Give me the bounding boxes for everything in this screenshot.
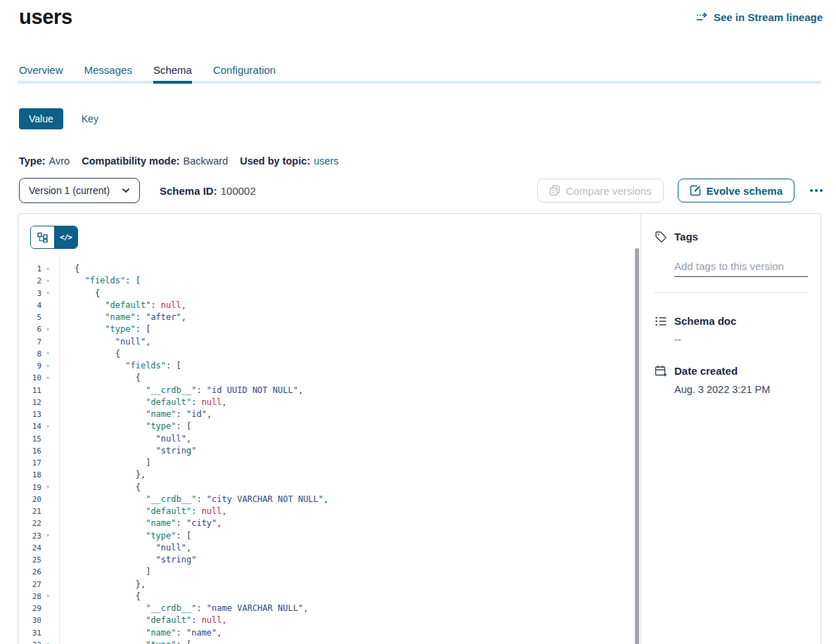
line-number: 5 (18, 313, 41, 322)
schema-id-field: Schema ID:100002 (160, 185, 256, 197)
code-line: 9▾ "fields": [ (18, 360, 641, 372)
stream-lineage-link[interactable]: See in Stream lineage (695, 11, 823, 24)
version-select[interactable]: Version 1 (current) (19, 178, 140, 203)
code-text: "fields": [ (75, 360, 181, 372)
code-text: ] (75, 457, 150, 469)
line-number: 9 (18, 361, 41, 371)
code-view-button[interactable]: </> (54, 226, 77, 248)
code-text: "__crdb__": "name VARCHAR NULL", (75, 603, 308, 614)
line-number: 18 (18, 470, 41, 479)
compatibility-field: Compatibility mode:Backward (82, 155, 228, 167)
version-actions: Compare versions Evolve schema (537, 179, 824, 202)
code-line: 11 "__crdb__": "id UUID NOT NULL", (18, 385, 641, 397)
fold-arrow-icon[interactable]: ▾ (41, 266, 59, 272)
tree-view-icon (37, 232, 48, 243)
code-text: "type": [ (75, 420, 191, 432)
code-text: "name": "after", (75, 311, 186, 323)
code-line: 21 "default": null, (18, 505, 641, 517)
code-text: "null", (75, 336, 150, 348)
chevron-down-icon (122, 186, 130, 195)
compatibility-value: Backward (184, 155, 229, 167)
code-line: 20 "__crdb__": "city VARCHAR NOT NULL", (18, 494, 641, 505)
fold-arrow-icon[interactable]: ▾ (41, 375, 59, 381)
code-text: { (75, 348, 120, 360)
topic-link[interactable]: users (314, 155, 338, 167)
code-line: 3▾ { (18, 288, 641, 300)
stream-lineage-icon (695, 11, 709, 24)
compare-versions-icon (549, 185, 560, 196)
tab-schema[interactable]: Schema (153, 65, 192, 81)
fold-arrow-icon[interactable]: ▾ (41, 290, 59, 296)
tab-overview[interactable]: Overview (19, 65, 63, 81)
line-number: 26 (18, 567, 41, 577)
tags-section: Tags (654, 230, 808, 293)
type-value: Avro (49, 155, 70, 167)
version-select-value: Version 1 (current) (29, 185, 110, 196)
used-by-topic-label: Used by topic: (240, 155, 310, 167)
code-text: { (75, 288, 100, 300)
code-line: 28▾ { (18, 591, 641, 603)
schema-doc-section: Schema doc -- (654, 314, 808, 345)
line-number: 7 (18, 337, 41, 347)
version-bar: Version 1 (current) Schema ID:100002 Com… (19, 178, 824, 203)
code-editor-lines[interactable]: 1▾{2▾ "fields": [3▾ {4 "default": null,5… (18, 263, 641, 644)
code-text: "__crdb__": "id UUID NOT NULL", (75, 385, 303, 397)
editor-scrollbar[interactable] (635, 248, 639, 644)
code-line: 19▾ { (18, 482, 641, 494)
code-line: 23▾ "type": [ (18, 530, 641, 542)
line-number: 31 (18, 629, 41, 638)
fold-arrow-icon[interactable]: ▾ (41, 327, 59, 333)
code-line: 25 "string" (18, 554, 641, 566)
schema-sidebar: Tags Schema doc -- (641, 214, 821, 644)
line-number: 17 (18, 458, 41, 468)
stream-lineage-label: See in Stream lineage (714, 11, 823, 23)
tags-title: Tags (674, 231, 698, 243)
tab-messages[interactable]: Messages (84, 65, 132, 81)
fold-arrow-icon[interactable]: ▾ (41, 593, 59, 599)
add-tags-input[interactable] (674, 259, 808, 277)
code-line: 5 "name": "after", (18, 311, 641, 323)
code-text: { (75, 263, 79, 275)
date-created-value: Aug. 3 2022 3:21 PM (674, 384, 808, 395)
line-number: 15 (18, 434, 41, 444)
edit-icon (690, 185, 701, 196)
fold-arrow-icon[interactable]: ▾ (41, 363, 59, 369)
line-number: 21 (18, 507, 41, 516)
code-line: 29 "__crdb__": "name VARCHAR NULL", (18, 603, 641, 614)
schema-page: { "header": { "title": "users", "lineage… (0, 0, 836, 644)
value-toggle-button[interactable]: Value (19, 108, 63, 129)
code-text: "default": null, (75, 300, 186, 311)
code-line: 4 "default": null, (18, 300, 641, 311)
fold-arrow-icon[interactable]: ▾ (41, 533, 59, 539)
fold-arrow-icon[interactable]: ▾ (41, 424, 59, 430)
line-number: 24 (18, 543, 41, 553)
fold-arrow-icon[interactable]: ▾ (41, 351, 59, 356)
evolve-schema-button[interactable]: Evolve schema (678, 179, 795, 202)
line-number: 11 (18, 386, 41, 395)
tab-configuration[interactable]: Configuration (213, 65, 276, 81)
code-text: "null", (75, 433, 191, 445)
line-number: 22 (18, 519, 41, 528)
code-line: 12 "default": null, (18, 397, 641, 408)
more-actions-button[interactable] (809, 185, 824, 196)
code-line: 15 "null", (18, 433, 641, 445)
ellipsis-icon (810, 189, 813, 192)
code-line: 31 "name": "name", (18, 627, 641, 639)
tab-underline-track (18, 81, 821, 84)
code-text: { (75, 482, 141, 494)
line-number: 4 (18, 301, 41, 310)
tree-view-button[interactable] (31, 226, 54, 248)
schema-panel: </> 1▾{2▾ "fields": [3▾ {4 "default": nu… (18, 213, 821, 644)
key-toggle-button[interactable]: Key (82, 113, 98, 124)
editor-view-toggle: </> (30, 226, 78, 249)
code-line: 30 "default": null, (18, 614, 641, 626)
compare-versions-button[interactable]: Compare versions (537, 179, 664, 202)
fold-arrow-icon[interactable]: ▾ (41, 484, 59, 490)
line-number: 20 (18, 495, 41, 504)
code-line: 13 "name": "id", (18, 408, 641, 420)
tag-icon (654, 230, 667, 243)
code-line: 14▾ "type": [ (18, 420, 641, 432)
schema-meta-row: Type:Avro Compatibility mode:Backward Us… (19, 155, 339, 167)
line-number: 1 (18, 264, 41, 273)
fold-arrow-icon[interactable]: ▾ (41, 278, 59, 284)
